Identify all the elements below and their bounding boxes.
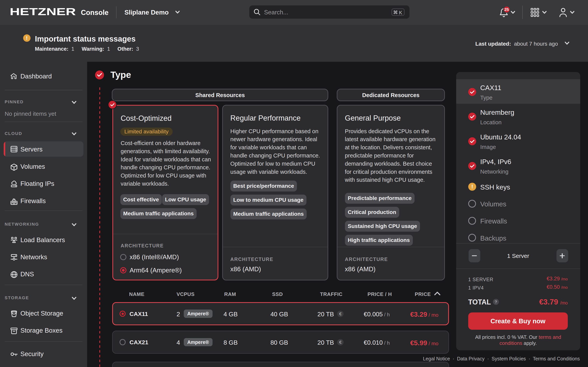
svg-text:HETZNER: HETZNER xyxy=(10,6,76,17)
